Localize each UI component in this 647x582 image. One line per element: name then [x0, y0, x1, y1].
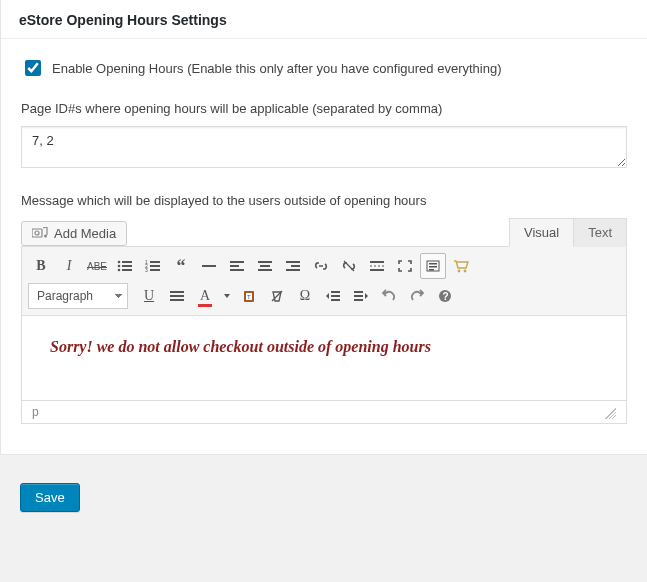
unlink-icon[interactable]	[336, 253, 362, 279]
text-color-dropdown-icon[interactable]	[220, 283, 234, 309]
svg-point-2	[44, 234, 47, 237]
svg-rect-46	[354, 295, 363, 297]
svg-rect-44	[331, 299, 340, 301]
panel-title: eStore Opening Hours Settings	[1, 0, 647, 39]
element-path: p	[32, 405, 39, 419]
svg-rect-4	[122, 261, 132, 263]
svg-rect-47	[354, 299, 363, 301]
add-media-button[interactable]: Add Media	[21, 221, 127, 246]
bold-icon[interactable]: B	[28, 253, 54, 279]
special-char-icon[interactable]: Ω	[292, 283, 318, 309]
tab-visual[interactable]: Visual	[509, 218, 574, 247]
align-right-icon[interactable]	[280, 253, 306, 279]
redo-icon[interactable]	[404, 283, 430, 309]
svg-text:T: T	[247, 294, 251, 300]
save-button[interactable]: Save	[20, 483, 80, 512]
svg-rect-24	[286, 269, 300, 271]
svg-rect-45	[354, 291, 363, 293]
svg-rect-10	[150, 261, 160, 263]
align-center-icon[interactable]	[252, 253, 278, 279]
svg-point-5	[118, 265, 121, 268]
paste-text-icon[interactable]: T	[236, 283, 262, 309]
enable-checkbox[interactable]	[25, 60, 41, 76]
svg-rect-28	[370, 269, 384, 271]
svg-point-7	[118, 269, 121, 272]
svg-rect-31	[429, 266, 437, 268]
svg-rect-17	[230, 265, 239, 267]
svg-rect-43	[331, 295, 340, 297]
hr-icon[interactable]	[196, 253, 222, 279]
fullscreen-icon[interactable]	[392, 253, 418, 279]
align-justify-icon[interactable]	[164, 283, 190, 309]
svg-rect-8	[122, 269, 132, 271]
svg-text:3: 3	[145, 267, 148, 273]
editor-head: Add Media Visual Text	[21, 218, 627, 246]
svg-rect-15	[202, 265, 216, 267]
undo-icon[interactable]	[376, 283, 402, 309]
toolbar-row-1: B I ABE 123 “	[28, 251, 620, 281]
outdent-icon[interactable]	[320, 283, 346, 309]
svg-rect-36	[170, 295, 184, 297]
closed-message-text: Sorry! we do not allow checkout outside …	[50, 338, 598, 356]
settings-panel: eStore Opening Hours Settings Enable Ope…	[0, 0, 647, 455]
bullet-list-icon[interactable]	[112, 253, 138, 279]
numbered-list-icon[interactable]: 123	[140, 253, 166, 279]
svg-rect-23	[291, 265, 300, 267]
add-media-label: Add Media	[54, 226, 116, 241]
format-select[interactable]: Paragraph	[28, 283, 128, 309]
svg-point-3	[118, 261, 121, 264]
resize-grip-icon[interactable]	[602, 405, 616, 419]
svg-rect-0	[32, 229, 42, 237]
svg-point-33	[458, 270, 461, 273]
page-ids-label: Page ID#s where opening hours will be ap…	[21, 101, 627, 116]
svg-rect-16	[230, 261, 244, 263]
svg-rect-22	[286, 261, 300, 263]
svg-rect-20	[260, 265, 270, 267]
tab-text[interactable]: Text	[574, 218, 627, 247]
save-button-label: Save	[35, 490, 65, 505]
underline-icon[interactable]: U	[136, 283, 162, 309]
svg-rect-26	[370, 261, 384, 263]
italic-icon[interactable]: I	[56, 253, 82, 279]
message-label: Message which will be displayed to the u…	[21, 193, 627, 208]
blockquote-icon[interactable]: “	[168, 253, 194, 279]
svg-rect-42	[331, 291, 340, 293]
strikethrough-icon[interactable]: ABE	[84, 253, 110, 279]
indent-icon[interactable]	[348, 283, 374, 309]
enable-label: Enable Opening Hours (Enable this only a…	[52, 61, 502, 76]
svg-line-25	[344, 261, 354, 271]
svg-point-34	[464, 270, 467, 273]
tab-text-label: Text	[588, 225, 612, 240]
enable-row: Enable Opening Hours (Enable this only a…	[21, 57, 627, 79]
link-icon[interactable]	[308, 253, 334, 279]
page-ids-row: Page ID#s where opening hours will be ap…	[21, 101, 627, 171]
svg-rect-6	[122, 265, 132, 267]
toolbar-row-2: Paragraph U A T Ω ?	[28, 281, 620, 311]
svg-rect-18	[230, 269, 244, 271]
svg-rect-19	[258, 261, 272, 263]
align-left-icon[interactable]	[224, 253, 250, 279]
panel-body: Enable Opening Hours (Enable this only a…	[1, 39, 647, 446]
editor-content[interactable]: Sorry! we do not allow checkout outside …	[21, 315, 627, 401]
cart-icon[interactable]	[448, 253, 474, 279]
page-ids-input[interactable]: 7, 2	[21, 126, 627, 168]
editor-tabs: Visual Text	[509, 218, 627, 247]
editor-toolbar: B I ABE 123 “	[21, 246, 627, 315]
svg-rect-35	[170, 291, 184, 293]
svg-rect-32	[429, 269, 434, 271]
svg-rect-37	[170, 299, 184, 301]
editor: B I ABE 123 “	[21, 246, 627, 424]
text-color-icon[interactable]: A	[192, 283, 218, 309]
insert-more-icon[interactable]	[364, 253, 390, 279]
toolbar-toggle-icon[interactable]	[420, 253, 446, 279]
message-row: Message which will be displayed to the u…	[21, 193, 627, 424]
svg-rect-12	[150, 265, 160, 267]
svg-rect-14	[150, 269, 160, 271]
clear-formatting-icon[interactable]	[264, 283, 290, 309]
help-icon[interactable]: ?	[432, 283, 458, 309]
svg-rect-21	[258, 269, 272, 271]
editor-statusbar: p	[21, 401, 627, 424]
svg-rect-30	[429, 263, 437, 265]
svg-text:?: ?	[443, 291, 449, 302]
svg-point-1	[35, 231, 39, 235]
